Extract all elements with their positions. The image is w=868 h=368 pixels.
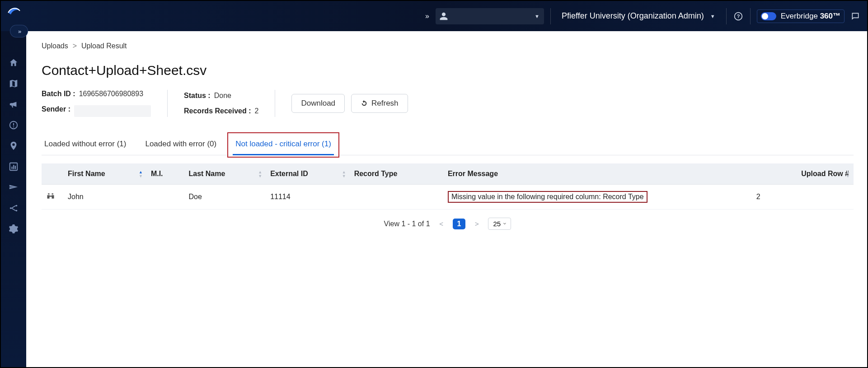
- svg-rect-8: [15, 166, 16, 169]
- upload-meta: Batch ID : 1696586706980893 Sender : Sta…: [42, 90, 854, 117]
- gear-icon: [9, 224, 19, 234]
- sidebar-expand-toggle[interactable]: »: [10, 25, 28, 37]
- col-header-external-id[interactable]: External ID ▲▼: [266, 163, 349, 185]
- user-menu[interactable]: ▼: [436, 8, 544, 24]
- nav-item-travel[interactable]: [8, 182, 19, 193]
- svg-point-11: [16, 210, 18, 212]
- alert-circle-icon: [9, 120, 19, 130]
- pagination-prev[interactable]: <: [436, 220, 446, 228]
- cell-last-name: Doe: [184, 185, 266, 210]
- batch-id-label: Batch ID :: [42, 90, 75, 98]
- page-size-select[interactable]: 25: [488, 218, 511, 230]
- col-header-first-name[interactable]: First Name ▲▼: [63, 163, 146, 185]
- sort-icon: ▲▼: [342, 170, 346, 178]
- refresh-button[interactable]: Refresh: [351, 94, 408, 113]
- header-collapse-icon[interactable]: »: [425, 12, 427, 20]
- status-label: Status :: [184, 92, 211, 100]
- bullhorn-icon: [9, 99, 19, 109]
- nav-item-workflow[interactable]: [8, 203, 19, 214]
- feedback-button[interactable]: [850, 11, 861, 22]
- pagination-summary: View 1 - 1 of 1: [384, 220, 430, 228]
- col-header-actions: [42, 163, 63, 185]
- results-table: First Name ▲▼ M.I. Last Name ▲▼ External…: [42, 163, 854, 210]
- nav-item-settings[interactable]: [8, 224, 19, 234]
- page-title: Contact+Upload+Sheet.csv: [42, 63, 854, 78]
- cell-upload-row: 2: [752, 185, 854, 210]
- svg-rect-7: [13, 165, 14, 169]
- flow-icon: [9, 203, 19, 213]
- breadcrumb: Uploads > Upload Result: [42, 42, 854, 50]
- top-bar: » » ▼ Pfieffer University (Organization …: [1, 1, 867, 31]
- records-received-value: 2: [255, 107, 259, 115]
- cell-external-id: 11114: [266, 185, 349, 210]
- caret-down-icon: ▼: [535, 14, 540, 19]
- col-header-upload-row[interactable]: Upload Row # ▲▼: [752, 163, 854, 185]
- caret-down-icon: ▼: [710, 14, 715, 19]
- svg-rect-6: [11, 167, 12, 169]
- everbridge-logo-icon: [6, 5, 21, 19]
- bar-chart-icon: [9, 162, 19, 172]
- refresh-icon: [361, 100, 368, 107]
- sender-label: Sender :: [42, 105, 70, 117]
- col-header-mi[interactable]: M.I.: [146, 163, 184, 185]
- binoculars-icon[interactable]: [46, 191, 55, 200]
- nav-item-locations[interactable]: [8, 140, 19, 151]
- pagination-current[interactable]: 1: [453, 219, 466, 229]
- chevron-right-icon: >: [73, 42, 77, 50]
- table-row: John Doe 11114 Missing value in the foll…: [42, 185, 854, 210]
- user-icon: [439, 12, 448, 21]
- sort-icon: ▲▼: [846, 170, 850, 178]
- tab-not-loaded-critical-error[interactable]: Not loaded - critical error (1): [233, 136, 334, 155]
- help-button[interactable]: ?: [733, 11, 744, 22]
- everbridge-360-toggle[interactable]: Everbridge 360™: [757, 9, 845, 23]
- col-header-error-message[interactable]: Error Message: [443, 163, 752, 185]
- cell-error-message: Missing value in the following required …: [443, 185, 752, 210]
- breadcrumb-root[interactable]: Uploads: [42, 42, 68, 50]
- help-icon: ?: [734, 12, 743, 21]
- tab-loaded-with-error[interactable]: Loaded with error (0): [142, 136, 219, 155]
- pagination-next[interactable]: >: [472, 220, 482, 228]
- side-nav: [1, 31, 26, 367]
- svg-point-9: [10, 207, 12, 209]
- svg-point-4: [13, 126, 14, 127]
- home-icon: [9, 58, 19, 68]
- organization-selector[interactable]: Pfieffer University (Organization Admin)…: [562, 11, 715, 21]
- col-header-last-name[interactable]: Last Name ▲▼: [184, 163, 266, 185]
- sort-icon: ▲▼: [139, 170, 143, 178]
- pin-icon: [9, 141, 19, 151]
- cell-first-name: John: [63, 185, 146, 210]
- result-tabs: Loaded without error (1) Loaded with err…: [42, 136, 854, 155]
- tab-loaded-without-error[interactable]: Loaded without error (1): [42, 136, 129, 155]
- sort-icon: ▲▼: [258, 170, 262, 178]
- breadcrumb-current: Upload Result: [81, 42, 127, 50]
- map-icon: [9, 79, 19, 89]
- col-header-record-type[interactable]: Record Type: [350, 163, 443, 185]
- toggle-switch-icon: [761, 12, 776, 20]
- cell-mi: [146, 185, 184, 210]
- pagination: View 1 - 1 of 1 < 1 > 25: [42, 218, 854, 230]
- nav-item-home[interactable]: [8, 57, 19, 68]
- organization-label: Pfieffer University (Organization Admin): [562, 11, 704, 21]
- main-content: Uploads > Upload Result Contact+Upload+S…: [26, 31, 867, 367]
- nav-item-reports[interactable]: [8, 161, 19, 172]
- svg-text:?: ?: [737, 14, 740, 19]
- batch-id-value: 1696586706980893: [79, 90, 143, 98]
- cell-record-type: [350, 185, 443, 210]
- chat-bubble-icon: [851, 12, 860, 21]
- records-received-label: Records Received :: [184, 107, 251, 115]
- status-value: Done: [214, 92, 231, 100]
- svg-point-10: [16, 205, 18, 207]
- plane-icon: [9, 182, 19, 192]
- nav-item-notifications[interactable]: [8, 99, 19, 110]
- nav-item-map[interactable]: [8, 78, 19, 89]
- nav-item-alerts[interactable]: [8, 120, 19, 130]
- download-button[interactable]: Download: [291, 94, 345, 113]
- sender-value: [74, 105, 151, 117]
